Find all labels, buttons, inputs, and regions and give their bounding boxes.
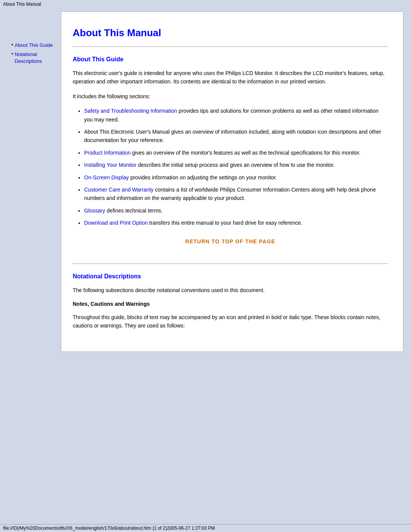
link-installing[interactable]: Installing Your Monitor <box>84 162 137 168</box>
sidebar-item-notational[interactable]: • Notational Descriptions <box>11 51 57 65</box>
content-wrapper: • About This Guide • Notational Descript… <box>8 11 403 352</box>
list-item: On-Screen Display provides information o… <box>84 173 388 182</box>
sidebar-bullet-2: • <box>11 51 13 57</box>
list-item-text-3: gives an overview of the monitor's featu… <box>132 150 360 156</box>
list-item-text-8: transfers this entire manual to your har… <box>149 220 302 226</box>
sidebar-item-about-guide[interactable]: • About This Guide <box>11 42 57 49</box>
link-download[interactable]: Download and Print Option <box>84 220 148 226</box>
list-item-text-4: describes the initial setup process and … <box>138 162 335 168</box>
about-guide-intro2: It includes the following sections: <box>73 92 388 101</box>
divider-top <box>73 46 388 47</box>
return-to-top-link[interactable]: RETURN TO TOP OF THE PAGE <box>73 238 388 244</box>
list-item: Glossary defines technical terms. <box>84 206 388 215</box>
title-bar-text: About This Manual <box>3 2 41 7</box>
list-item: Customer Care and Warranty contains a li… <box>84 185 388 203</box>
list-item-text-2: About This Electronic User's Manual give… <box>84 129 381 143</box>
notes-cautions-title: Notes, Cautions and Warnings <box>73 301 388 307</box>
sidebar-link-about-guide[interactable]: About This Guide <box>15 42 53 49</box>
main-content: About This Manual About This Guide This … <box>61 11 403 352</box>
section-divider <box>73 264 388 264</box>
list-item: Installing Your Monitor describes the in… <box>84 161 388 169</box>
sidebar-bullet-1: • <box>11 42 13 48</box>
link-osd[interactable]: On-Screen Display <box>84 174 129 181</box>
about-guide-intro1: This electronic user's guide is intended… <box>73 69 388 86</box>
list-item: Product Information gives an overview of… <box>84 149 388 157</box>
link-safety[interactable]: Safety and Troubleshooting Information <box>84 108 177 114</box>
sidebar: • About This Guide • Notational Descript… <box>8 11 61 352</box>
status-bar-text: file:///D|/My%20Documents/dfu/X6_model/e… <box>3 526 215 531</box>
title-bar: About This Manual <box>0 0 411 8</box>
about-guide-title: About This Guide <box>73 56 388 63</box>
list-item: About This Electronic User's Manual give… <box>84 128 388 145</box>
list-item-text-5: provides information on adjusting the se… <box>130 174 277 181</box>
status-bar: file:///D|/My%20Documents/dfu/X6_model/e… <box>0 524 411 532</box>
list-item: Download and Print Option transfers this… <box>84 219 388 227</box>
about-guide-section: About This Guide This electronic user's … <box>73 56 388 244</box>
notational-intro: The following subsections describe notat… <box>73 286 388 294</box>
notes-cautions-text: Throughout this guide, blocks of text ma… <box>73 313 388 330</box>
list-item: Safety and Troubleshooting Information p… <box>84 107 388 124</box>
main-container: • About This Guide • Notational Descript… <box>8 11 403 352</box>
bullet-list: Safety and Troubleshooting Information p… <box>84 107 388 227</box>
link-customer-care[interactable]: Customer Care and Warranty <box>84 187 153 193</box>
link-product-info[interactable]: Product Information <box>84 150 131 156</box>
notational-title: Notational Descriptions <box>73 273 388 280</box>
list-item-text-7: defines technical terms. <box>107 208 162 214</box>
link-glossary[interactable]: Glossary <box>84 208 105 214</box>
page-title: About This Manual <box>73 27 388 39</box>
notational-section: Notational Descriptions The following su… <box>73 273 388 330</box>
sidebar-link-notational[interactable]: Notational Descriptions <box>15 51 57 65</box>
